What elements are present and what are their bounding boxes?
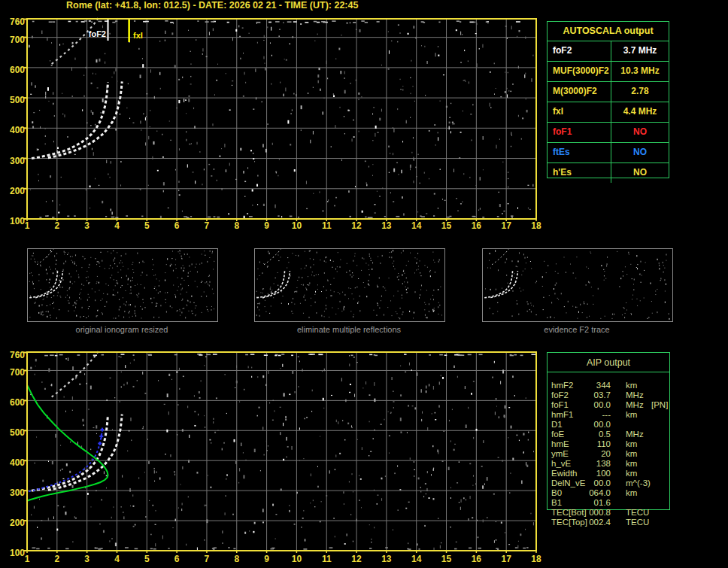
parameter-unit: km bbox=[626, 439, 637, 448]
autoscala-row-hEs: h'Es NO bbox=[548, 163, 669, 183]
parameter-unit: km bbox=[626, 381, 637, 390]
x-tick-label: 6 bbox=[167, 221, 187, 230]
x-tick-label: 3 bbox=[77, 554, 97, 563]
scaled-ionogram-axis-ticks bbox=[23, 20, 536, 222]
parameter-value: 00.0 bbox=[574, 478, 611, 488]
x-tick-label: 17 bbox=[496, 554, 516, 563]
y-tick-label: 200 bbox=[0, 518, 25, 527]
y-tick-label: 500 bbox=[0, 428, 25, 437]
aip-row-ewidth: Ewidth100km bbox=[551, 469, 724, 478]
aip-row-tectop: TEC[Top]002.4TECU bbox=[551, 518, 724, 527]
parameter-value: 4.4 MHz bbox=[611, 102, 669, 122]
parameter-unit: MHz bbox=[626, 400, 644, 409]
parameter-name: B0 bbox=[551, 488, 562, 497]
parameter-name: hmF2 bbox=[551, 381, 573, 390]
parameter-name: h_vE bbox=[551, 459, 571, 468]
parameter-name: foF2 bbox=[551, 390, 569, 399]
x-tick-label: 12 bbox=[347, 554, 366, 563]
x-tick-label: 16 bbox=[466, 554, 486, 563]
autoscala-row-muf3000f2: MUF(3000)F2 10.3 MHz bbox=[548, 62, 669, 82]
parameter-name: hmF1 bbox=[551, 410, 573, 419]
y-tick-label: 600 bbox=[0, 398, 25, 407]
parameter-value: 100 bbox=[574, 469, 611, 478]
y-tick-label: 700 bbox=[0, 35, 25, 44]
parameter-name: foF2 bbox=[553, 41, 572, 60]
parameter-unit: km bbox=[626, 488, 637, 497]
parameter-value: 002.4 bbox=[574, 518, 611, 527]
autoscala-row-fxI: fxI 4.4 MHz bbox=[548, 102, 669, 123]
fxI-marker-label: fxI bbox=[133, 32, 143, 40]
parameter-name: MUF(3000)F2 bbox=[553, 62, 609, 80]
aip-row-tecbot: TEC[Bot]000.8TECU bbox=[551, 508, 724, 518]
y-tick-label: 700 bbox=[0, 368, 25, 377]
y-tick-label: 500 bbox=[0, 96, 25, 105]
parameter-name: foF1 bbox=[551, 400, 569, 409]
x-tick-label: 4 bbox=[107, 554, 126, 563]
thumbnail-caption: evidence F2 trace bbox=[482, 325, 672, 334]
aip-row-d1: D100.0 bbox=[551, 420, 724, 430]
ionogram-with-restored-trace-and-profile-axis-ticks bbox=[23, 353, 536, 554]
ionogram-with-restored-trace-and-profile-traces bbox=[27, 351, 122, 501]
parameter-name: foF1 bbox=[553, 123, 572, 141]
thumbnail-evidence-f2-trace bbox=[482, 248, 673, 322]
x-tick-label: 14 bbox=[407, 554, 426, 563]
parameter-value: 20 bbox=[574, 449, 611, 458]
thumbnail-caption: eliminate multiple reflections bbox=[254, 325, 444, 334]
parameter-unit: MHz bbox=[626, 430, 644, 439]
parameter-name: B1 bbox=[551, 498, 562, 507]
aip-row-b0: B0064.0km bbox=[551, 488, 724, 498]
x-tick-label: 15 bbox=[437, 221, 457, 230]
parameter-value: 344 bbox=[574, 381, 611, 390]
fxI-marker-line bbox=[128, 20, 130, 42]
thumbnail-original-ionogram bbox=[27, 248, 218, 322]
parameter-unit: km bbox=[626, 449, 637, 458]
parameter-name: foE bbox=[551, 430, 564, 439]
parameter-value: 3.7 MHz bbox=[611, 41, 669, 61]
x-tick-label: 5 bbox=[137, 554, 156, 563]
parameter-value: NO bbox=[611, 123, 669, 142]
aip-row-fof1: foF100.0MHz[PN] bbox=[551, 400, 724, 410]
parameter-unit: MHz bbox=[626, 390, 644, 399]
parameter-unit: TECU bbox=[626, 508, 649, 517]
y-tick-label: 100 bbox=[0, 548, 25, 557]
aip-row-hmf2: hmF2344km bbox=[551, 381, 724, 390]
foF2-marker-line bbox=[108, 20, 109, 41]
x-tick-label: 11 bbox=[317, 221, 336, 230]
y-tick-label: 300 bbox=[0, 488, 25, 497]
foF2-marker-label: foF2 bbox=[82, 30, 106, 38]
thumbnail-eliminate-reflections bbox=[254, 248, 445, 322]
x-tick-label: 13 bbox=[377, 221, 396, 230]
x-tick-label: 10 bbox=[287, 554, 306, 563]
x-tick-label: 7 bbox=[197, 554, 217, 563]
parameter-value: --- bbox=[574, 410, 611, 419]
parameter-name: ftEs bbox=[553, 143, 570, 162]
aip-row-yme: ymE20km bbox=[551, 449, 724, 459]
parameter-name: ymE bbox=[551, 449, 569, 458]
parameter-unit: TECU bbox=[626, 518, 649, 527]
autoscala-row-ftEs: ftEs NO bbox=[548, 143, 669, 163]
y-tick-label: 400 bbox=[0, 126, 25, 135]
x-tick-label: 11 bbox=[317, 554, 336, 563]
y-tick-label: 200 bbox=[0, 187, 25, 196]
parameter-value: 01.6 bbox=[574, 498, 611, 507]
aip-row-b1: B101.6 bbox=[551, 498, 724, 508]
parameter-name: M(3000)F2 bbox=[553, 82, 597, 101]
x-tick-label: 15 bbox=[437, 554, 457, 563]
x-tick-label: 10 bbox=[287, 221, 306, 230]
parameter-value: 00.0 bbox=[574, 420, 611, 429]
x-tick-label: 14 bbox=[407, 221, 426, 230]
parameter-unit: km bbox=[626, 459, 637, 468]
x-tick-label: 4 bbox=[107, 221, 126, 230]
x-tick-label: 9 bbox=[257, 221, 277, 230]
aip-row-hmf1: hmF1---km bbox=[551, 410, 724, 420]
x-tick-label: 3 bbox=[77, 221, 97, 230]
x-tick-label: 9 bbox=[257, 554, 277, 563]
autoscala-row-foF1: foF1 NO bbox=[548, 123, 669, 143]
parameter-value: 03.7 bbox=[574, 390, 611, 399]
y-tick-label: 600 bbox=[0, 65, 25, 74]
autoscala-row-foF2: foF2 3.7 MHz bbox=[548, 41, 669, 62]
scaled-ionogram-grid bbox=[27, 19, 536, 219]
parameter-name: hmE bbox=[551, 439, 569, 448]
parameter-name: fxI bbox=[553, 102, 563, 121]
aip-row-fof2: foF203.7MHz bbox=[551, 390, 724, 400]
